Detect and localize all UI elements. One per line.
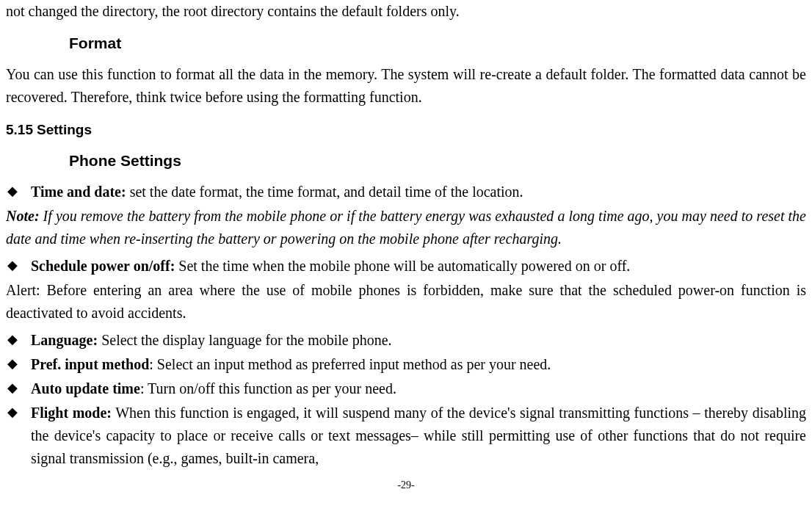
bullet-text: Auto update time: Turn on/off this funct…: [31, 377, 806, 400]
section-number: 5.15: [6, 119, 37, 140]
note-paragraph: Note: If you remove the battery from the…: [6, 205, 806, 250]
bullet-body: : Select an input method as preferred in…: [149, 356, 551, 372]
page-number: -29-: [6, 477, 806, 493]
heading-phone-settings: Phone Settings: [6, 149, 806, 173]
diamond-icon: ◆: [6, 377, 31, 399]
bullet-label: Language:: [31, 332, 98, 348]
diamond-icon: ◆: [6, 255, 31, 276]
bullet-body: When this function is engaged, it will s…: [31, 405, 806, 466]
heading-format: Format: [6, 32, 806, 56]
bullet-body: set the date format, the time format, an…: [126, 184, 523, 200]
bullet-body: Set the time when the mobile phone will …: [175, 258, 630, 274]
bullet-pref-input: ◆ Pref. input method: Select an input me…: [6, 353, 806, 376]
bullet-label: Time and date:: [31, 184, 126, 200]
paragraph-format: You can use this function to format all …: [6, 63, 806, 109]
bullet-label: Pref. input method: [31, 356, 149, 372]
bullet-text: Language: Select the display language fo…: [31, 329, 806, 352]
diamond-icon: ◆: [6, 329, 31, 350]
continuation-text: not changed the directory, the root dire…: [6, 0, 806, 23]
bullet-text: Flight mode: When this function is engag…: [31, 402, 806, 470]
bullet-label: Schedule power on/off:: [31, 258, 175, 274]
page-content: not changed the directory, the root dire…: [6, 0, 806, 493]
diamond-icon: ◆: [6, 353, 31, 374]
note-label: Note:: [6, 208, 40, 224]
bullet-body: : Turn on/off this function as per your …: [140, 380, 396, 397]
diamond-icon: ◆: [6, 181, 31, 202]
heading-settings: 5.15Settings: [6, 119, 806, 140]
bullet-text: Time and date: set the date format, the …: [31, 181, 806, 203]
diamond-icon: ◆: [6, 402, 31, 423]
section-label: Settings: [37, 122, 92, 137]
note-body-text: If you remove the battery from the mobil…: [6, 208, 806, 247]
bullet-label: Auto update time: [31, 380, 140, 397]
bullet-body: Select the display language for the mobi…: [98, 332, 391, 348]
bullet-text: Pref. input method: Select an input meth…: [31, 353, 806, 376]
bullet-schedule: ◆ Schedule power on/off: Set the time wh…: [6, 255, 806, 278]
bullet-label: Flight mode:: [31, 405, 112, 421]
bullet-text: Schedule power on/off: Set the time when…: [31, 255, 806, 278]
bullet-auto-update: ◆ Auto update time: Turn on/off this fun…: [6, 377, 806, 400]
bullet-language: ◆ Language: Select the display language …: [6, 329, 806, 352]
bullet-flight-mode: ◆ Flight mode: When this function is eng…: [6, 402, 806, 470]
bullet-time-date: ◆ Time and date: set the date format, th…: [6, 181, 806, 203]
alert-paragraph: Alert: Before entering an area where the…: [6, 279, 806, 325]
